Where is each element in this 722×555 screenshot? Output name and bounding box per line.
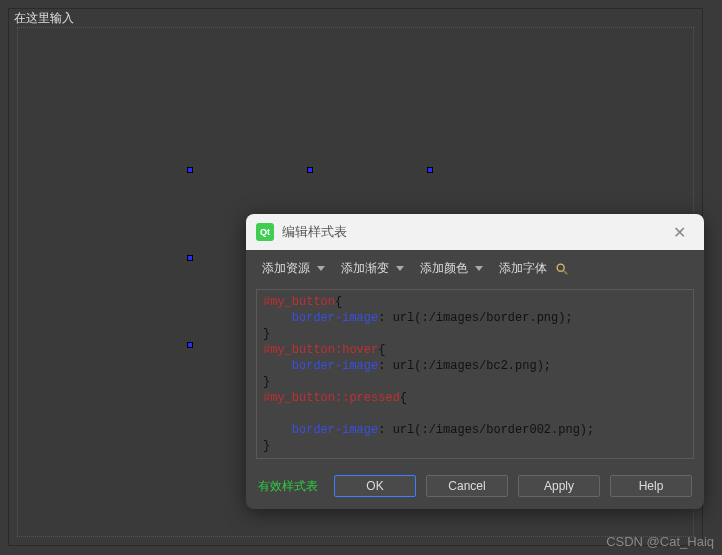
apply-button[interactable]: Apply	[518, 475, 600, 497]
add-font-label: 添加字体	[499, 260, 547, 277]
svg-point-0	[557, 264, 564, 271]
chevron-down-icon	[396, 266, 404, 271]
stylesheet-code-editor[interactable]: #my_button{ border-image: url(:/images/b…	[256, 289, 694, 459]
add-color-label: 添加颜色	[420, 260, 468, 277]
add-resource-menu[interactable]: 添加资源	[260, 258, 335, 279]
svg-line-1	[564, 270, 568, 274]
cancel-button[interactable]: Cancel	[426, 475, 508, 497]
add-gradient-label: 添加渐变	[341, 260, 389, 277]
resize-handle-ml[interactable]	[187, 255, 193, 261]
add-resource-label: 添加资源	[262, 260, 310, 277]
resize-handle-tc[interactable]	[307, 167, 313, 173]
chevron-down-icon	[475, 266, 483, 271]
watermark-text: CSDN @Cat_Haiq	[606, 534, 714, 549]
qt-logo-icon: Qt	[256, 223, 274, 241]
ok-button[interactable]: OK	[334, 475, 416, 497]
dialog-button-bar: 有效样式表 OK Cancel Apply Help	[246, 467, 704, 509]
add-gradient-menu[interactable]: 添加渐变	[339, 258, 414, 279]
resize-handle-bl[interactable]	[187, 342, 193, 348]
dialog-title: 编辑样式表	[282, 223, 665, 241]
add-font-button[interactable]: 添加字体	[497, 258, 549, 279]
canvas-input-label: 在这里输入	[12, 10, 76, 27]
resize-handle-tr[interactable]	[427, 167, 433, 173]
close-icon[interactable]: ✕	[665, 219, 694, 246]
dialog-titlebar[interactable]: Qt 编辑样式表 ✕	[246, 214, 704, 250]
help-button[interactable]: Help	[610, 475, 692, 497]
dialog-toolbar: 添加资源 添加渐变 添加颜色 添加字体	[246, 250, 704, 287]
add-color-menu[interactable]: 添加颜色	[418, 258, 493, 279]
chevron-down-icon	[317, 266, 325, 271]
valid-stylesheet-label: 有效样式表	[258, 478, 318, 495]
resize-handle-tl[interactable]	[187, 167, 193, 173]
magnifier-icon[interactable]	[555, 262, 569, 276]
stylesheet-editor-dialog: Qt 编辑样式表 ✕ 添加资源 添加渐变 添加颜色 添加字体 #my_butto…	[246, 214, 704, 509]
